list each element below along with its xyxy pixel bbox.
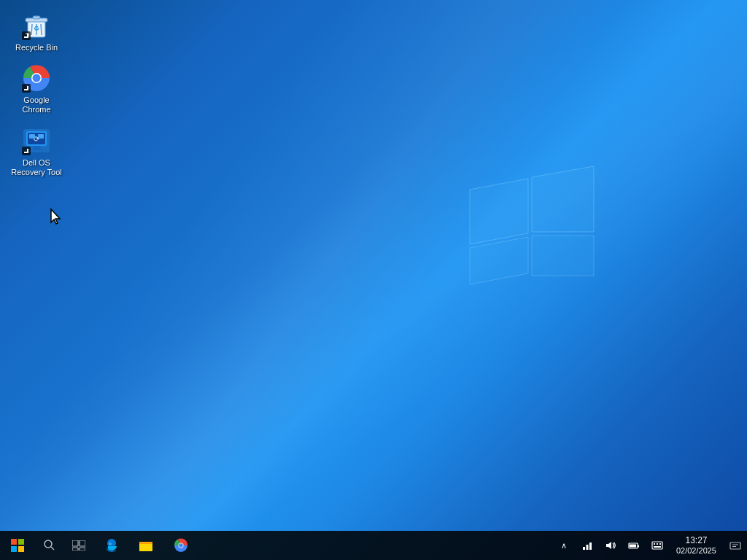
svg-rect-38 (583, 547, 585, 550)
start-button[interactable] (0, 531, 35, 560)
svg-rect-44 (652, 542, 662, 549)
svg-rect-39 (586, 545, 588, 550)
taskbar-explorer-icon[interactable] (128, 531, 163, 560)
google-chrome-icon[interactable]: Google Chrome (7, 60, 66, 118)
svg-point-37 (179, 543, 183, 548)
keyboard-tray-icon[interactable] (646, 540, 669, 551)
svg-rect-32 (80, 548, 85, 551)
desktop-icons: ♻ Recycle Bin (7, 7, 66, 181)
show-hidden-icons-button[interactable]: ∧ (552, 541, 576, 551)
svg-rect-6 (33, 16, 40, 19)
svg-rect-43 (630, 545, 636, 548)
recycle-bin-image: ♻ (22, 11, 51, 40)
svg-rect-23 (11, 539, 17, 545)
svg-point-14 (33, 74, 41, 82)
shortcut-arrow-dell (22, 147, 31, 155)
svg-rect-47 (659, 543, 661, 545)
svg-marker-3 (532, 236, 594, 276)
taskbar-edge-icon[interactable] (93, 531, 128, 560)
desktop: ♻ Recycle Bin (0, 0, 747, 560)
svg-rect-26 (18, 546, 24, 552)
svg-rect-42 (638, 545, 639, 548)
svg-point-33 (109, 542, 112, 545)
chrome-image (22, 63, 51, 93)
clock-area[interactable]: 13:27 02/02/2025 (669, 531, 724, 560)
chevron-up-icon: ∧ (558, 541, 570, 551)
clock-date: 02/02/2025 (676, 546, 716, 556)
svg-marker-0 (470, 179, 528, 244)
volume-tray-icon[interactable] (599, 540, 622, 551)
taskbar-chrome-icon[interactable] (163, 531, 198, 560)
shortcut-arrow-recycle (22, 31, 31, 40)
dell-recovery-icon[interactable]: ⟳ Dell OS Recovery Tool (7, 122, 66, 181)
svg-rect-25 (11, 546, 17, 552)
dell-image: ⟳ (22, 126, 51, 155)
recycle-bin-icon[interactable]: ♻ Recycle Bin (7, 7, 66, 56)
search-taskbar[interactable] (35, 531, 64, 560)
svg-line-28 (51, 547, 54, 550)
svg-point-27 (44, 540, 52, 548)
system-tray: ∧ (552, 531, 747, 560)
svg-rect-21 (29, 134, 35, 139)
svg-rect-18 (33, 146, 40, 149)
chrome-label: Google Chrome (11, 96, 62, 114)
task-view-button[interactable] (64, 531, 93, 560)
mouse-cursor (50, 208, 64, 225)
svg-rect-31 (72, 548, 78, 551)
taskbar: ∧ (0, 531, 747, 560)
battery-tray-icon[interactable] (622, 540, 646, 551)
svg-rect-35 (139, 542, 144, 544)
svg-rect-29 (72, 540, 78, 546)
svg-marker-1 (532, 166, 594, 232)
svg-rect-40 (589, 542, 592, 550)
svg-rect-22 (38, 134, 44, 139)
svg-rect-45 (654, 543, 655, 545)
network-tray-icon[interactable] (576, 540, 599, 551)
svg-line-9 (41, 24, 42, 35)
svg-rect-24 (18, 539, 24, 545)
dell-label: Dell OS Recovery Tool (11, 158, 62, 177)
shortcut-arrow-chrome (22, 84, 31, 93)
svg-rect-30 (80, 540, 85, 546)
svg-rect-46 (657, 543, 658, 545)
svg-marker-2 (470, 237, 528, 284)
recycle-bin-label: Recycle Bin (15, 43, 58, 52)
svg-line-7 (31, 24, 32, 35)
svg-rect-48 (654, 546, 661, 548)
clock-time: 13:27 (685, 535, 707, 545)
svg-rect-19 (31, 149, 42, 150)
windows-logo (462, 146, 601, 284)
notification-button[interactable] (724, 531, 747, 560)
svg-text:♻: ♻ (34, 25, 39, 32)
svg-rect-49 (730, 542, 740, 549)
